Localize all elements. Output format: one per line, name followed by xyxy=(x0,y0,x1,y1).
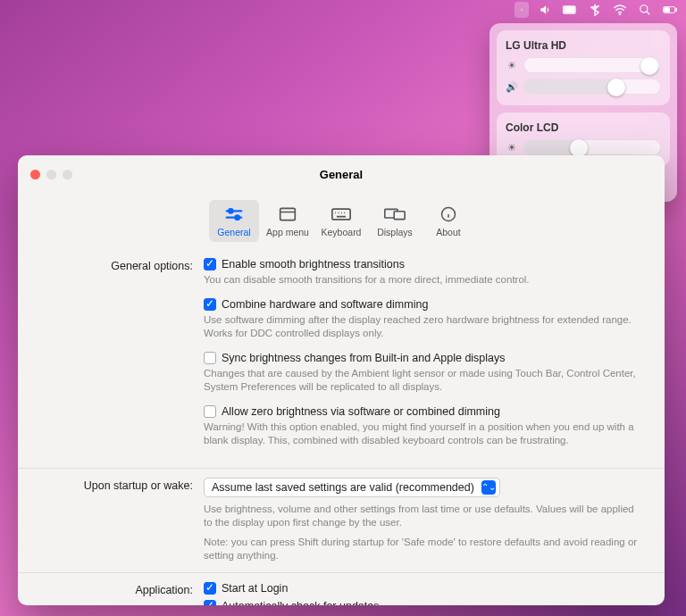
brightness-icon: ☀ xyxy=(506,60,518,71)
svg-rect-13 xyxy=(394,212,405,220)
volume-icon: 🔊 xyxy=(506,81,518,93)
window-title: General xyxy=(18,168,665,181)
tab-about[interactable]: About xyxy=(423,200,473,242)
checkbox[interactable] xyxy=(204,582,216,595)
section-label: Application: xyxy=(39,582,204,596)
svg-rect-6 xyxy=(665,8,670,12)
volume-icon[interactable] xyxy=(538,4,552,16)
preferences-window: General General App menu Keyboard Displa… xyxy=(18,155,665,605)
select-value: Assume last saved settings are valid (re… xyxy=(212,481,474,494)
tab-label: General xyxy=(217,227,250,237)
tab-general[interactable]: General xyxy=(209,200,259,242)
display-title: Color LCD xyxy=(506,121,661,134)
option-note: Note: you can press Shift during startup… xyxy=(204,536,643,563)
option-sync-brightness[interactable]: Sync brightness changes from Built-in an… xyxy=(204,352,643,364)
tab-displays[interactable]: Displays xyxy=(370,200,420,242)
titlebar: General xyxy=(18,155,665,198)
content: General options: Enable smooth brightnes… xyxy=(18,249,665,605)
option-label: Enable smooth brightness transitions xyxy=(222,258,405,271)
tab-label: App menu xyxy=(266,227,309,237)
chevron-updown-icon: ⌃⌄ xyxy=(481,480,496,495)
option-desc: You can disable smooth transitions for a… xyxy=(204,273,643,287)
option-smooth-transitions[interactable]: Enable smooth brightness transitions xyxy=(204,258,643,271)
svg-rect-7 xyxy=(675,8,676,11)
option-label: Start at Login xyxy=(222,582,288,595)
checkbox[interactable] xyxy=(204,352,216,364)
option-label: Sync brightness changes from Built-in an… xyxy=(222,352,506,364)
section-label: Upon startup or wake: xyxy=(39,478,204,492)
tab-label: Keyboard xyxy=(322,227,362,237)
battery-half-icon[interactable] xyxy=(663,4,677,15)
toolbar: General App menu Keyboard Displays About xyxy=(18,198,665,249)
divider xyxy=(18,468,665,469)
tab-label: About xyxy=(436,227,460,237)
brightness-icon: ☀ xyxy=(506,142,518,154)
checkbox[interactable] xyxy=(204,600,216,605)
menubar xyxy=(507,0,686,20)
option-auto-update[interactable]: Automatically check for updates xyxy=(204,600,643,605)
option-combine-dimming[interactable]: Combine hardware and software dimming xyxy=(204,298,643,311)
section-label: General options: xyxy=(39,258,204,272)
option-desc: Warning! With this option enabled, you m… xyxy=(204,420,643,448)
tab-label: Displays xyxy=(377,227,413,237)
checkbox[interactable] xyxy=(204,298,216,311)
brightness-slider[interactable]: ☀ xyxy=(506,139,661,155)
svg-point-9 xyxy=(235,215,239,220)
display-title: LG Ultra HD xyxy=(506,39,661,52)
brightness-icon[interactable] xyxy=(514,2,529,18)
option-label: Combine hardware and software dimming xyxy=(222,298,428,311)
window-icon xyxy=(279,204,297,224)
volume-slider[interactable]: 🔊 xyxy=(506,79,661,95)
option-desc: Changes that are caused by the Ambient l… xyxy=(204,367,643,395)
keyboard-icon xyxy=(331,204,351,224)
battery-box-icon[interactable] xyxy=(563,4,577,15)
displays-icon xyxy=(384,204,406,224)
divider xyxy=(18,572,665,573)
svg-point-4 xyxy=(640,5,648,12)
search-icon[interactable] xyxy=(638,4,652,16)
tab-appmenu[interactable]: App menu xyxy=(263,200,313,242)
option-allow-zero[interactable]: Allow zero brightness via software or co… xyxy=(204,405,643,418)
svg-rect-10 xyxy=(280,208,296,220)
display-card: LG Ultra HD ☀ 🔊 xyxy=(497,30,670,105)
brightness-slider[interactable]: ☀ xyxy=(506,57,661,73)
option-start-at-login[interactable]: Start at Login xyxy=(204,582,643,595)
svg-rect-11 xyxy=(332,209,350,220)
svg-point-3 xyxy=(619,14,620,15)
sliders-icon xyxy=(224,204,244,224)
option-label: Automatically check for updates xyxy=(222,600,379,605)
svg-rect-2 xyxy=(565,7,574,12)
bluetooth-icon[interactable] xyxy=(588,4,602,16)
option-desc: Use brightness, volume and other setting… xyxy=(204,503,643,530)
info-icon xyxy=(440,204,456,224)
svg-point-0 xyxy=(521,9,522,10)
checkbox[interactable] xyxy=(204,405,216,418)
wifi-icon[interactable] xyxy=(613,4,627,15)
tab-keyboard[interactable]: Keyboard xyxy=(316,200,366,242)
option-label: Allow zero brightness via software or co… xyxy=(222,405,500,418)
startup-behavior-select[interactable]: Assume last saved settings are valid (re… xyxy=(204,478,500,497)
option-desc: Use software dimming after the display r… xyxy=(204,313,643,341)
checkbox[interactable] xyxy=(204,258,216,271)
svg-point-8 xyxy=(229,209,233,213)
